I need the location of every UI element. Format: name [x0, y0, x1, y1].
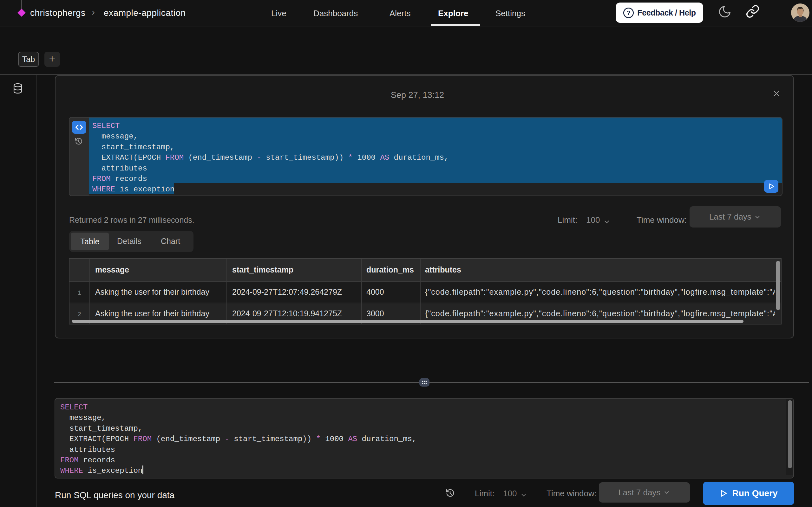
svg-text:?: ?	[627, 9, 630, 16]
